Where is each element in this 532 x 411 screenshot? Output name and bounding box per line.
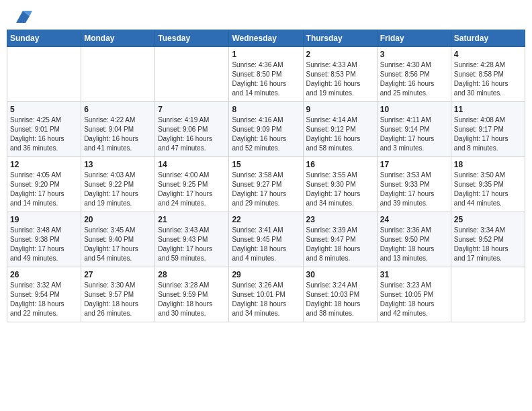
day-cell: 22Sunrise: 3:41 AM Sunset: 9:45 PM Dayli… [229, 212, 303, 267]
day-info: Sunrise: 3:53 AM Sunset: 9:33 PM Dayligh… [380, 171, 448, 208]
day-number: 31 [380, 270, 448, 279]
day-info: Sunrise: 4:14 AM Sunset: 9:12 PM Dayligh… [306, 116, 374, 153]
day-cell: 23Sunrise: 3:39 AM Sunset: 9:47 PM Dayli… [303, 212, 377, 267]
day-number: 6 [84, 105, 152, 114]
day-number: 22 [232, 215, 300, 224]
day-cell [7, 47, 81, 102]
week-row-4: 26Sunrise: 3:32 AM Sunset: 9:54 PM Dayli… [7, 267, 525, 322]
day-cell: 3Sunrise: 4:30 AM Sunset: 8:56 PM Daylig… [377, 47, 451, 102]
day-cell: 19Sunrise: 3:48 AM Sunset: 9:38 PM Dayli… [7, 212, 81, 267]
week-row-2: 12Sunrise: 4:05 AM Sunset: 9:20 PM Dayli… [7, 157, 525, 212]
day-number: 5 [10, 105, 78, 114]
day-info: Sunrise: 3:50 AM Sunset: 9:35 PM Dayligh… [454, 171, 522, 208]
day-cell [155, 47, 229, 102]
day-info: Sunrise: 4:19 AM Sunset: 9:06 PM Dayligh… [158, 116, 226, 153]
day-number: 25 [454, 215, 522, 224]
day-number: 30 [306, 270, 374, 279]
day-cell: 9Sunrise: 4:14 AM Sunset: 9:12 PM Daylig… [303, 102, 377, 157]
day-cell: 5Sunrise: 4:25 AM Sunset: 9:01 PM Daylig… [7, 102, 81, 157]
day-number: 18 [454, 160, 522, 169]
col-header-sunday: Sunday [7, 30, 81, 47]
logo-icon [13, 7, 32, 26]
day-info: Sunrise: 4:03 AM Sunset: 9:22 PM Dayligh… [84, 171, 152, 208]
day-info: Sunrise: 3:28 AM Sunset: 9:59 PM Dayligh… [158, 281, 226, 318]
day-info: Sunrise: 3:39 AM Sunset: 9:47 PM Dayligh… [306, 226, 374, 263]
col-header-wednesday: Wednesday [229, 30, 303, 47]
day-cell: 20Sunrise: 3:45 AM Sunset: 9:40 PM Dayli… [81, 212, 155, 267]
calendar-table: SundayMondayTuesdayWednesdayThursdayFrid… [7, 30, 525, 322]
day-cell: 6Sunrise: 4:22 AM Sunset: 9:04 PM Daylig… [81, 102, 155, 157]
col-header-monday: Monday [81, 30, 155, 47]
day-info: Sunrise: 4:36 AM Sunset: 8:50 PM Dayligh… [232, 60, 300, 98]
day-cell: 17Sunrise: 3:53 AM Sunset: 9:33 PM Dayli… [377, 157, 451, 212]
day-info: Sunrise: 3:34 AM Sunset: 9:52 PM Dayligh… [454, 226, 522, 263]
day-number: 20 [84, 215, 152, 224]
day-info: Sunrise: 3:48 AM Sunset: 9:38 PM Dayligh… [10, 226, 78, 263]
week-row-3: 19Sunrise: 3:48 AM Sunset: 9:38 PM Dayli… [7, 212, 525, 267]
day-number: 3 [380, 50, 448, 59]
day-cell [451, 267, 525, 322]
day-number: 7 [158, 105, 226, 114]
day-number: 4 [454, 50, 522, 59]
calendar-wrap: SundayMondayTuesdayWednesdayThursdayFrid… [0, 30, 532, 411]
day-number: 1 [232, 50, 300, 59]
day-cell: 28Sunrise: 3:28 AM Sunset: 9:59 PM Dayli… [155, 267, 229, 322]
week-row-0: 1Sunrise: 4:36 AM Sunset: 8:50 PM Daylig… [7, 47, 525, 102]
day-cell: 13Sunrise: 4:03 AM Sunset: 9:22 PM Dayli… [81, 157, 155, 212]
day-number: 14 [158, 160, 226, 169]
day-cell: 31Sunrise: 3:23 AM Sunset: 10:05 PM Dayl… [377, 267, 451, 322]
day-cell: 10Sunrise: 4:11 AM Sunset: 9:14 PM Dayli… [377, 102, 451, 157]
day-cell [81, 47, 155, 102]
week-row-1: 5Sunrise: 4:25 AM Sunset: 9:01 PM Daylig… [7, 102, 525, 157]
day-number: 13 [84, 160, 152, 169]
col-header-thursday: Thursday [303, 30, 377, 47]
day-info: Sunrise: 3:55 AM Sunset: 9:30 PM Dayligh… [306, 171, 374, 208]
day-info: Sunrise: 4:16 AM Sunset: 9:09 PM Dayligh… [232, 116, 300, 153]
day-info: Sunrise: 4:08 AM Sunset: 9:17 PM Dayligh… [454, 116, 522, 153]
day-number: 29 [232, 270, 300, 279]
day-info: Sunrise: 3:45 AM Sunset: 9:40 PM Dayligh… [84, 226, 152, 263]
day-number: 11 [454, 105, 522, 114]
day-cell: 1Sunrise: 4:36 AM Sunset: 8:50 PM Daylig… [229, 47, 303, 102]
day-info: Sunrise: 3:30 AM Sunset: 9:57 PM Dayligh… [84, 281, 152, 318]
day-info: Sunrise: 4:30 AM Sunset: 8:56 PM Dayligh… [380, 60, 448, 98]
day-number: 24 [380, 215, 448, 224]
day-cell: 21Sunrise: 3:43 AM Sunset: 9:43 PM Dayli… [155, 212, 229, 267]
day-cell: 30Sunrise: 3:24 AM Sunset: 10:03 PM Dayl… [303, 267, 377, 322]
col-header-tuesday: Tuesday [155, 30, 229, 47]
day-info: Sunrise: 4:28 AM Sunset: 8:58 PM Dayligh… [454, 60, 522, 98]
day-info: Sunrise: 3:23 AM Sunset: 10:05 PM Daylig… [380, 281, 448, 318]
day-info: Sunrise: 3:24 AM Sunset: 10:03 PM Daylig… [306, 281, 374, 318]
day-number: 19 [10, 215, 78, 224]
day-info: Sunrise: 4:25 AM Sunset: 9:01 PM Dayligh… [10, 116, 78, 153]
day-number: 27 [84, 270, 152, 279]
day-info: Sunrise: 4:05 AM Sunset: 9:20 PM Dayligh… [10, 171, 78, 208]
day-cell: 24Sunrise: 3:36 AM Sunset: 9:50 PM Dayli… [377, 212, 451, 267]
col-header-saturday: Saturday [451, 30, 525, 47]
day-number: 16 [306, 160, 374, 169]
header [0, 0, 532, 30]
day-info: Sunrise: 3:36 AM Sunset: 9:50 PM Dayligh… [380, 226, 448, 263]
day-cell: 12Sunrise: 4:05 AM Sunset: 9:20 PM Dayli… [7, 157, 81, 212]
day-number: 2 [306, 50, 374, 59]
day-cell: 18Sunrise: 3:50 AM Sunset: 9:35 PM Dayli… [451, 157, 525, 212]
day-cell: 11Sunrise: 4:08 AM Sunset: 9:17 PM Dayli… [451, 102, 525, 157]
day-cell: 4Sunrise: 4:28 AM Sunset: 8:58 PM Daylig… [451, 47, 525, 102]
logo [12, 7, 32, 26]
day-number: 23 [306, 215, 374, 224]
day-cell: 27Sunrise: 3:30 AM Sunset: 9:57 PM Dayli… [81, 267, 155, 322]
day-info: Sunrise: 4:33 AM Sunset: 8:53 PM Dayligh… [306, 60, 374, 98]
day-number: 21 [158, 215, 226, 224]
day-info: Sunrise: 3:43 AM Sunset: 9:43 PM Dayligh… [158, 226, 226, 263]
day-cell: 2Sunrise: 4:33 AM Sunset: 8:53 PM Daylig… [303, 47, 377, 102]
day-number: 10 [380, 105, 448, 114]
day-cell: 25Sunrise: 3:34 AM Sunset: 9:52 PM Dayli… [451, 212, 525, 267]
header-row: SundayMondayTuesdayWednesdayThursdayFrid… [7, 30, 525, 47]
day-info: Sunrise: 3:58 AM Sunset: 9:27 PM Dayligh… [232, 171, 300, 208]
day-info: Sunrise: 3:32 AM Sunset: 9:54 PM Dayligh… [10, 281, 78, 318]
day-number: 15 [232, 160, 300, 169]
day-number: 12 [10, 160, 78, 169]
day-cell: 29Sunrise: 3:26 AM Sunset: 10:01 PM Dayl… [229, 267, 303, 322]
day-cell: 7Sunrise: 4:19 AM Sunset: 9:06 PM Daylig… [155, 102, 229, 157]
day-cell: 16Sunrise: 3:55 AM Sunset: 9:30 PM Dayli… [303, 157, 377, 212]
